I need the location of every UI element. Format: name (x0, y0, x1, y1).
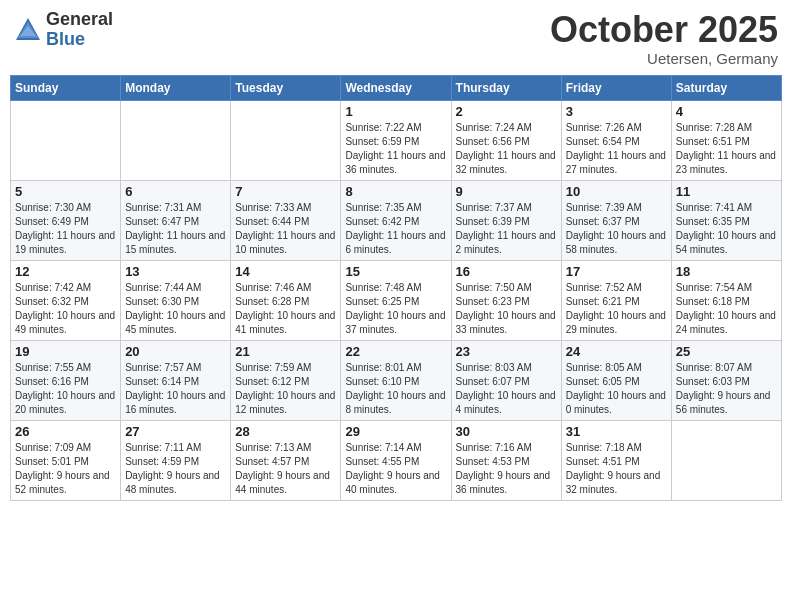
day-info: Sunrise: 8:05 AM Sunset: 6:05 PM Dayligh… (566, 361, 667, 417)
weekday-header-wednesday: Wednesday (341, 75, 451, 100)
day-number: 18 (676, 264, 777, 279)
calendar-cell (11, 100, 121, 180)
logo-blue-text: Blue (46, 30, 113, 50)
day-info: Sunrise: 7:33 AM Sunset: 6:44 PM Dayligh… (235, 201, 336, 257)
day-number: 10 (566, 184, 667, 199)
calendar-cell: 14Sunrise: 7:46 AM Sunset: 6:28 PM Dayli… (231, 260, 341, 340)
logo-icon (14, 16, 42, 44)
day-info: Sunrise: 7:11 AM Sunset: 4:59 PM Dayligh… (125, 441, 226, 497)
day-number: 11 (676, 184, 777, 199)
day-number: 3 (566, 104, 667, 119)
day-number: 25 (676, 344, 777, 359)
day-number: 8 (345, 184, 446, 199)
calendar-cell: 28Sunrise: 7:13 AM Sunset: 4:57 PM Dayli… (231, 420, 341, 500)
day-number: 17 (566, 264, 667, 279)
weekday-header-row: SundayMondayTuesdayWednesdayThursdayFrid… (11, 75, 782, 100)
day-number: 1 (345, 104, 446, 119)
day-info: Sunrise: 7:14 AM Sunset: 4:55 PM Dayligh… (345, 441, 446, 497)
day-info: Sunrise: 7:42 AM Sunset: 6:32 PM Dayligh… (15, 281, 116, 337)
calendar-cell: 29Sunrise: 7:14 AM Sunset: 4:55 PM Dayli… (341, 420, 451, 500)
calendar-cell: 21Sunrise: 7:59 AM Sunset: 6:12 PM Dayli… (231, 340, 341, 420)
calendar-cell: 16Sunrise: 7:50 AM Sunset: 6:23 PM Dayli… (451, 260, 561, 340)
day-info: Sunrise: 8:07 AM Sunset: 6:03 PM Dayligh… (676, 361, 777, 417)
week-row-4: 19Sunrise: 7:55 AM Sunset: 6:16 PM Dayli… (11, 340, 782, 420)
calendar-cell: 23Sunrise: 8:03 AM Sunset: 6:07 PM Dayli… (451, 340, 561, 420)
day-info: Sunrise: 7:26 AM Sunset: 6:54 PM Dayligh… (566, 121, 667, 177)
calendar-cell: 11Sunrise: 7:41 AM Sunset: 6:35 PM Dayli… (671, 180, 781, 260)
calendar-cell: 15Sunrise: 7:48 AM Sunset: 6:25 PM Dayli… (341, 260, 451, 340)
calendar-cell: 25Sunrise: 8:07 AM Sunset: 6:03 PM Dayli… (671, 340, 781, 420)
month-title: October 2025 (550, 10, 778, 50)
day-number: 7 (235, 184, 336, 199)
calendar-cell: 17Sunrise: 7:52 AM Sunset: 6:21 PM Dayli… (561, 260, 671, 340)
day-info: Sunrise: 7:41 AM Sunset: 6:35 PM Dayligh… (676, 201, 777, 257)
day-info: Sunrise: 7:22 AM Sunset: 6:59 PM Dayligh… (345, 121, 446, 177)
calendar-cell: 7Sunrise: 7:33 AM Sunset: 6:44 PM Daylig… (231, 180, 341, 260)
calendar-cell (671, 420, 781, 500)
day-number: 16 (456, 264, 557, 279)
weekday-header-monday: Monday (121, 75, 231, 100)
day-info: Sunrise: 8:03 AM Sunset: 6:07 PM Dayligh… (456, 361, 557, 417)
day-number: 15 (345, 264, 446, 279)
weekday-header-tuesday: Tuesday (231, 75, 341, 100)
day-number: 23 (456, 344, 557, 359)
calendar-cell: 22Sunrise: 8:01 AM Sunset: 6:10 PM Dayli… (341, 340, 451, 420)
calendar-cell: 19Sunrise: 7:55 AM Sunset: 6:16 PM Dayli… (11, 340, 121, 420)
calendar-cell: 24Sunrise: 8:05 AM Sunset: 6:05 PM Dayli… (561, 340, 671, 420)
day-info: Sunrise: 7:57 AM Sunset: 6:14 PM Dayligh… (125, 361, 226, 417)
weekday-header-sunday: Sunday (11, 75, 121, 100)
day-info: Sunrise: 7:28 AM Sunset: 6:51 PM Dayligh… (676, 121, 777, 177)
calendar-cell: 26Sunrise: 7:09 AM Sunset: 5:01 PM Dayli… (11, 420, 121, 500)
day-info: Sunrise: 7:59 AM Sunset: 6:12 PM Dayligh… (235, 361, 336, 417)
logo: General Blue (14, 10, 113, 50)
week-row-1: 1Sunrise: 7:22 AM Sunset: 6:59 PM Daylig… (11, 100, 782, 180)
calendar-cell: 3Sunrise: 7:26 AM Sunset: 6:54 PM Daylig… (561, 100, 671, 180)
day-number: 21 (235, 344, 336, 359)
location: Uetersen, Germany (550, 50, 778, 67)
page-header: General Blue October 2025 Uetersen, Germ… (10, 10, 782, 67)
day-info: Sunrise: 7:52 AM Sunset: 6:21 PM Dayligh… (566, 281, 667, 337)
day-info: Sunrise: 7:30 AM Sunset: 6:49 PM Dayligh… (15, 201, 116, 257)
day-number: 5 (15, 184, 116, 199)
calendar-cell: 13Sunrise: 7:44 AM Sunset: 6:30 PM Dayli… (121, 260, 231, 340)
calendar-cell: 2Sunrise: 7:24 AM Sunset: 6:56 PM Daylig… (451, 100, 561, 180)
day-number: 28 (235, 424, 336, 439)
day-info: Sunrise: 7:54 AM Sunset: 6:18 PM Dayligh… (676, 281, 777, 337)
day-number: 19 (15, 344, 116, 359)
day-number: 4 (676, 104, 777, 119)
day-number: 30 (456, 424, 557, 439)
day-info: Sunrise: 7:35 AM Sunset: 6:42 PM Dayligh… (345, 201, 446, 257)
day-number: 2 (456, 104, 557, 119)
calendar-cell: 12Sunrise: 7:42 AM Sunset: 6:32 PM Dayli… (11, 260, 121, 340)
calendar-cell: 1Sunrise: 7:22 AM Sunset: 6:59 PM Daylig… (341, 100, 451, 180)
day-info: Sunrise: 7:48 AM Sunset: 6:25 PM Dayligh… (345, 281, 446, 337)
day-number: 14 (235, 264, 336, 279)
day-info: Sunrise: 7:46 AM Sunset: 6:28 PM Dayligh… (235, 281, 336, 337)
weekday-header-friday: Friday (561, 75, 671, 100)
day-number: 20 (125, 344, 226, 359)
day-number: 9 (456, 184, 557, 199)
calendar-cell: 18Sunrise: 7:54 AM Sunset: 6:18 PM Dayli… (671, 260, 781, 340)
day-number: 29 (345, 424, 446, 439)
day-info: Sunrise: 7:37 AM Sunset: 6:39 PM Dayligh… (456, 201, 557, 257)
day-info: Sunrise: 7:16 AM Sunset: 4:53 PM Dayligh… (456, 441, 557, 497)
day-info: Sunrise: 7:31 AM Sunset: 6:47 PM Dayligh… (125, 201, 226, 257)
calendar-cell: 27Sunrise: 7:11 AM Sunset: 4:59 PM Dayli… (121, 420, 231, 500)
week-row-5: 26Sunrise: 7:09 AM Sunset: 5:01 PM Dayli… (11, 420, 782, 500)
calendar-table: SundayMondayTuesdayWednesdayThursdayFrid… (10, 75, 782, 501)
day-info: Sunrise: 7:50 AM Sunset: 6:23 PM Dayligh… (456, 281, 557, 337)
day-info: Sunrise: 7:44 AM Sunset: 6:30 PM Dayligh… (125, 281, 226, 337)
day-number: 6 (125, 184, 226, 199)
day-info: Sunrise: 7:09 AM Sunset: 5:01 PM Dayligh… (15, 441, 116, 497)
day-info: Sunrise: 7:24 AM Sunset: 6:56 PM Dayligh… (456, 121, 557, 177)
day-info: Sunrise: 7:55 AM Sunset: 6:16 PM Dayligh… (15, 361, 116, 417)
day-number: 13 (125, 264, 226, 279)
day-info: Sunrise: 7:39 AM Sunset: 6:37 PM Dayligh… (566, 201, 667, 257)
calendar-cell: 4Sunrise: 7:28 AM Sunset: 6:51 PM Daylig… (671, 100, 781, 180)
day-number: 26 (15, 424, 116, 439)
week-row-3: 12Sunrise: 7:42 AM Sunset: 6:32 PM Dayli… (11, 260, 782, 340)
day-number: 27 (125, 424, 226, 439)
week-row-2: 5Sunrise: 7:30 AM Sunset: 6:49 PM Daylig… (11, 180, 782, 260)
calendar-cell: 10Sunrise: 7:39 AM Sunset: 6:37 PM Dayli… (561, 180, 671, 260)
day-number: 31 (566, 424, 667, 439)
